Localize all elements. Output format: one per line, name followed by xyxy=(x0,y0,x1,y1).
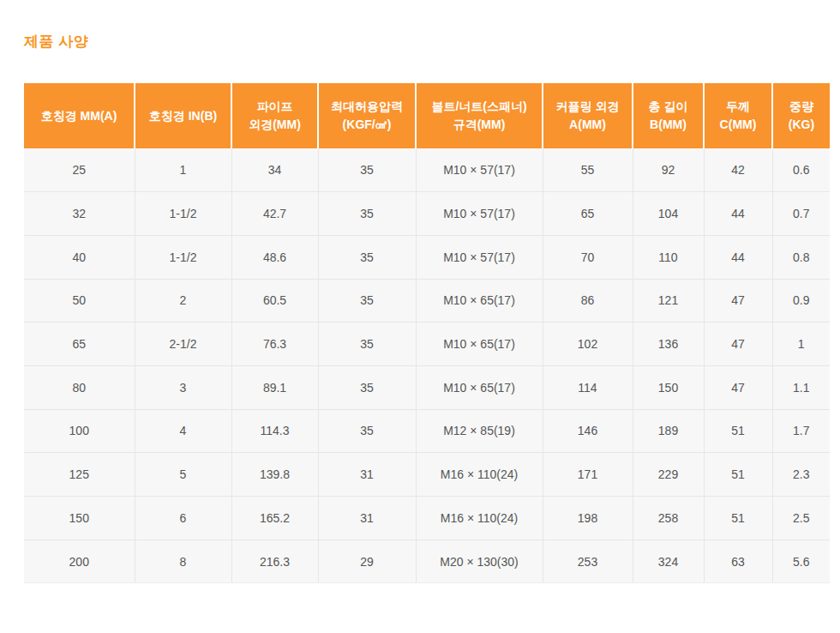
table-cell: M10 × 57(17) xyxy=(416,235,543,279)
table-cell: 31 xyxy=(318,453,416,497)
table-cell: 114.3 xyxy=(231,409,318,453)
table-row: 2513435M10 × 57(17)5592420.6 xyxy=(24,148,830,192)
table-cell: 80 xyxy=(24,365,135,409)
table-cell: 0.7 xyxy=(772,192,830,236)
table-cell: M12 × 85(19) xyxy=(416,409,543,453)
table-cell: 70 xyxy=(543,235,633,279)
table-cell: 44 xyxy=(704,192,772,236)
table-cell: 35 xyxy=(318,192,416,236)
table-cell: 65 xyxy=(543,192,633,236)
table-cell: 35 xyxy=(318,323,416,366)
table-cell: 92 xyxy=(633,148,704,192)
table-cell: 35 xyxy=(318,279,416,323)
table-cell: 40 xyxy=(24,235,135,279)
table-row: 1506165.231M16 × 110(24)198258512.5 xyxy=(24,497,830,540)
table-cell: 229 xyxy=(633,453,704,497)
table-cell: 165.2 xyxy=(231,497,318,540)
table-header-cell: 볼트/너트(스패너)규격(MM) xyxy=(416,83,543,148)
table-cell: 200 xyxy=(24,540,135,583)
table-cell: 44 xyxy=(704,235,772,279)
table-cell: 121 xyxy=(633,279,704,323)
table-cell: 216.3 xyxy=(231,540,318,583)
table-row: 401-1/248.635M10 × 57(17)70110440.8 xyxy=(24,235,830,279)
table-cell: 86 xyxy=(543,279,633,323)
table-header-cell: 파이프외경(MM) xyxy=(231,83,318,148)
table-cell: 2 xyxy=(135,279,231,323)
table-cell: 0.8 xyxy=(772,235,830,279)
table-cell: 324 xyxy=(633,540,704,583)
table-cell: M10 × 57(17) xyxy=(416,148,543,192)
table-cell: 51 xyxy=(704,453,772,497)
table-cell: 48.6 xyxy=(231,235,318,279)
table-cell: 1-1/2 xyxy=(135,235,231,279)
table-cell: M16 × 110(24) xyxy=(416,453,543,497)
page-title: 제품 사양 xyxy=(24,32,816,51)
table-cell: 32 xyxy=(24,192,135,236)
table-cell: 29 xyxy=(318,540,416,583)
header-row: 호칭경 MM(A)호칭경 IN(B)파이프외경(MM)최대허용압력(KGF/㎠)… xyxy=(24,83,830,148)
table-cell: 47 xyxy=(704,279,772,323)
table-cell: 65 xyxy=(24,323,135,366)
table-cell: M10 × 65(17) xyxy=(416,279,543,323)
table-cell: 100 xyxy=(24,409,135,453)
spec-table-head: 호칭경 MM(A)호칭경 IN(B)파이프외경(MM)최대허용압력(KGF/㎠)… xyxy=(24,83,830,148)
table-row: 321-1/242.735M10 × 57(17)65104440.7 xyxy=(24,192,830,236)
table-cell: 3 xyxy=(135,365,231,409)
table-cell: 8 xyxy=(135,540,231,583)
table-cell: 102 xyxy=(543,323,633,366)
table-cell: 1-1/2 xyxy=(135,192,231,236)
table-cell: 171 xyxy=(543,453,633,497)
table-cell: 1.1 xyxy=(772,365,830,409)
table-row: 80389.135M10 × 65(17)114150471.1 xyxy=(24,365,830,409)
table-cell: 1.7 xyxy=(772,409,830,453)
table-cell: 51 xyxy=(704,409,772,453)
table-cell: 25 xyxy=(24,148,135,192)
table-header-cell: 최대허용압력(KGF/㎠) xyxy=(318,83,416,148)
table-cell: 31 xyxy=(318,497,416,540)
table-header-cell: 커플링 외경A(MM) xyxy=(543,83,633,148)
table-cell: 253 xyxy=(543,540,633,583)
table-cell: 35 xyxy=(318,235,416,279)
table-header-cell: 중량(KG) xyxy=(772,83,830,148)
table-cell: 5.6 xyxy=(772,540,830,583)
table-cell: 35 xyxy=(318,148,416,192)
table-cell: 258 xyxy=(633,497,704,540)
table-cell: 114 xyxy=(543,365,633,409)
spec-table: 호칭경 MM(A)호칭경 IN(B)파이프외경(MM)최대허용압력(KGF/㎠)… xyxy=(24,83,830,583)
table-row: 652-1/276.335M10 × 65(17)102136471 xyxy=(24,323,830,366)
table-cell: 110 xyxy=(633,235,704,279)
table-cell: 0.6 xyxy=(772,148,830,192)
table-cell: M16 × 110(24) xyxy=(416,497,543,540)
table-cell: M10 × 57(17) xyxy=(416,192,543,236)
table-header-cell: 호칭경 IN(B) xyxy=(135,83,231,148)
table-cell: 35 xyxy=(318,365,416,409)
table-cell: 60.5 xyxy=(231,279,318,323)
table-cell: 47 xyxy=(704,365,772,409)
table-cell: 42 xyxy=(704,148,772,192)
table-cell: 4 xyxy=(135,409,231,453)
table-row: 1255139.831M16 × 110(24)171229512.3 xyxy=(24,453,830,497)
table-cell: 150 xyxy=(24,497,135,540)
page: 제품 사양 호칭경 MM(A)호칭경 IN(B)파이프외경(MM)최대허용압력(… xyxy=(0,0,840,633)
table-cell: 125 xyxy=(24,453,135,497)
table-cell: 189 xyxy=(633,409,704,453)
table-header-cell: 총 길이B(MM) xyxy=(633,83,704,148)
table-cell: 35 xyxy=(318,409,416,453)
table-cell: 2.3 xyxy=(772,453,830,497)
table-cell: 50 xyxy=(24,279,135,323)
table-row: 1004114.335M12 × 85(19)146189511.7 xyxy=(24,409,830,453)
table-cell: 104 xyxy=(633,192,704,236)
table-header-cell: 두께C(MM) xyxy=(704,83,772,148)
table-cell: 0.9 xyxy=(772,279,830,323)
table-cell: 136 xyxy=(633,323,704,366)
table-cell: 51 xyxy=(704,497,772,540)
table-cell: 47 xyxy=(704,323,772,366)
table-header-cell: 호칭경 MM(A) xyxy=(24,83,135,148)
table-cell: 89.1 xyxy=(231,365,318,409)
table-cell: 1 xyxy=(772,323,830,366)
table-cell: 55 xyxy=(543,148,633,192)
spec-table-body: 2513435M10 × 57(17)5592420.6321-1/242.73… xyxy=(24,148,830,583)
table-cell: 2.5 xyxy=(772,497,830,540)
table-cell: M10 × 65(17) xyxy=(416,323,543,366)
table-cell: 139.8 xyxy=(231,453,318,497)
